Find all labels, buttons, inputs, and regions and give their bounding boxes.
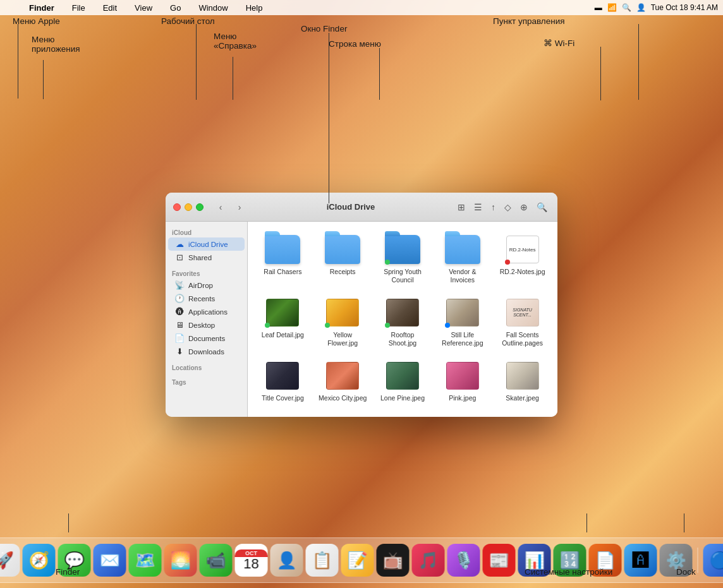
- dock-item-calendar[interactable]: OCT 18: [235, 544, 268, 577]
- files-grid: Rail Chasers Receipts Spring Yout: [255, 229, 550, 406]
- toolbar-actions: ⊞ ☰ ↑ ◇ ⊕ 🔍: [455, 201, 550, 213]
- recents-icon: 🕐: [174, 294, 185, 303]
- dock-item-podcasts[interactable]: 🎙️: [447, 544, 480, 577]
- file-receipts[interactable]: Receipts: [315, 229, 370, 287]
- sidebar-item-recents[interactable]: 🕐 Recents: [168, 292, 245, 305]
- file-name: Rooftop Shoot.jpg: [378, 331, 428, 347]
- traffic-lights: [173, 203, 204, 211]
- sidebar-item-desktop[interactable]: 🖥 Desktop: [168, 318, 245, 332]
- menu-file[interactable]: File: [68, 2, 89, 14]
- file-rail-chasers[interactable]: Rail Chasers: [255, 229, 310, 287]
- annotation-line-desktop: [196, 24, 197, 100]
- sidebar-item-applications[interactable]: 🅐 Applications: [168, 305, 245, 318]
- annotation-line-menubar: [379, 48, 380, 100]
- file-name: Title Cover.jpg: [262, 394, 304, 402]
- dock-item-system-preferences[interactable]: ⚙️: [660, 544, 693, 577]
- sidebar-item-shared[interactable]: ⊡ Shared: [168, 251, 245, 264]
- file-vendor-invoices[interactable]: Vendor & Invoices: [435, 229, 490, 287]
- menu-window[interactable]: Window: [195, 2, 231, 14]
- icloud-section-label: iCloud: [166, 227, 247, 237]
- file-name: Yellow Flower.jpg: [318, 331, 368, 347]
- file-yellow-flower[interactable]: Yellow Flower.jpg: [315, 292, 370, 351]
- dock-item-appletv[interactable]: 📺: [377, 544, 410, 577]
- dock-item-maps[interactable]: 🗺️: [129, 544, 162, 577]
- more-button[interactable]: ⊕: [518, 201, 530, 213]
- airdrop-icon: 📡: [174, 280, 185, 290]
- dock-item-contacts[interactable]: 👤: [270, 544, 303, 577]
- view-grid-button[interactable]: ⊞: [455, 201, 468, 213]
- file-fall-scents[interactable]: SIGNATU SCENT... Fall Scents Outline.pag…: [495, 292, 550, 351]
- sidebar-item-airdrop[interactable]: 📡 AirDrop: [168, 279, 245, 292]
- icloud-drive-icon: ☁: [174, 239, 185, 249]
- annotation-line-dock: [684, 513, 684, 532]
- menubar: Finder File Edit View Go Window Help ▬ 📶…: [0, 0, 723, 15]
- file-lone-pine[interactable]: Lone Pine.jpeg: [375, 356, 430, 406]
- file-spring-youth-council[interactable]: Spring Youth Council: [375, 229, 430, 287]
- file-leaf-detail[interactable]: Leaf Detail.jpg: [255, 292, 310, 351]
- dock-item-notes[interactable]: 📝: [341, 544, 374, 577]
- back-button[interactable]: ‹: [214, 200, 228, 214]
- favorites-section-label: Favorites: [166, 268, 247, 279]
- annotation-menu-app: Менюприложения: [32, 35, 80, 54]
- minimize-button[interactable]: [185, 203, 192, 211]
- dock-item-photos[interactable]: 🌅: [164, 544, 197, 577]
- finder-content: Rail Chasers Receipts Spring Yout: [248, 222, 557, 417]
- dock-item-reminders[interactable]: 📋: [306, 544, 339, 577]
- annotation-line-menuapp: [43, 60, 44, 99]
- sidebar-item-icloud-drive[interactable]: ☁ iCloud Drive: [168, 237, 245, 251]
- annotation-control-center: Пункт управления: [493, 16, 565, 26]
- user-icon[interactable]: 👤: [636, 3, 646, 12]
- applications-icon: 🅐: [174, 307, 185, 316]
- dock-item-safari[interactable]: 🧭: [23, 544, 56, 577]
- annotation-wifi: ⌘ Wi-Fi: [544, 38, 574, 48]
- menu-help[interactable]: Help: [242, 2, 267, 14]
- dock-item-numbers[interactable]: 🔢: [554, 544, 586, 577]
- menu-edit[interactable]: Edit: [99, 2, 121, 14]
- search-icon[interactable]: 🔍: [622, 3, 631, 12]
- view-list-button[interactable]: ☰: [471, 201, 485, 213]
- file-mexico-city[interactable]: Mexico City.jpeg: [315, 356, 370, 406]
- dock-item-messages[interactable]: 💬: [58, 544, 91, 577]
- annotation-line-control: [638, 24, 639, 100]
- dock-item-appstore[interactable]: 🅰: [624, 544, 657, 577]
- file-skater[interactable]: Skater.jpeg: [495, 356, 550, 406]
- dock-item-music[interactable]: 🎵: [412, 544, 445, 577]
- apple-menu[interactable]: [5, 6, 13, 9]
- maximize-button[interactable]: [196, 203, 204, 211]
- tag-button[interactable]: ◇: [502, 201, 514, 213]
- sidebar-item-documents[interactable]: 📄 Documents: [168, 332, 245, 345]
- dock-item-mail[interactable]: ✉️: [94, 544, 126, 577]
- file-pink[interactable]: Pink.jpeg: [435, 356, 490, 406]
- dock-item-pages[interactable]: 📄: [589, 544, 622, 577]
- finder-sidebar: iCloud ☁ iCloud Drive ⊡ Shared Favorites…: [166, 222, 248, 417]
- app-name[interactable]: Finder: [25, 2, 58, 14]
- file-name: Rail Chasers: [264, 268, 301, 276]
- forward-button[interactable]: ›: [233, 200, 246, 214]
- dock-item-facetime[interactable]: 📹: [200, 544, 233, 577]
- dock-item-screentime[interactable]: 🔵: [703, 544, 724, 577]
- file-name: Lone Pine.jpeg: [380, 394, 425, 402]
- dock-item-keynote[interactable]: 📊: [518, 544, 551, 577]
- dock: 🚀 🧭 💬 ✉️ 🗺️ 🌅 📹 OCT 18: [0, 537, 723, 583]
- file-name: Skater.jpeg: [506, 394, 539, 402]
- share-button[interactable]: ↑: [489, 201, 498, 213]
- file-still-life[interactable]: Still Life Reference.jpg: [435, 292, 490, 351]
- menu-go[interactable]: Go: [166, 2, 185, 14]
- annotation-menu-help: Меню«Справка»: [214, 32, 257, 51]
- dock-item-news[interactable]: 📰: [483, 544, 516, 577]
- file-title-cover[interactable]: Title Cover.jpg: [255, 356, 310, 406]
- sidebar-item-downloads[interactable]: ⬇ Downloads: [168, 345, 245, 358]
- shared-icon: ⊡: [174, 253, 185, 262]
- dock-item-launchpad[interactable]: 🚀: [0, 544, 20, 577]
- search-button[interactable]: 🔍: [534, 201, 550, 213]
- menu-view[interactable]: View: [131, 2, 156, 14]
- desktop: Finder File Edit View Go Window Help ▬ 📶…: [0, 0, 723, 588]
- file-rooftop-shoot[interactable]: Rooftop Shoot.jpg: [375, 292, 430, 351]
- wifi-icon[interactable]: 📶: [607, 3, 617, 12]
- file-rd-notes[interactable]: RD.2-Notes RD.2-Notes.jpg: [495, 229, 550, 287]
- documents-icon: 📄: [174, 333, 185, 343]
- finder-toolbar: ‹ › iCloud Drive ⊞ ☰ ↑ ◇ ⊕ 🔍: [166, 193, 557, 222]
- desktop-icon: 🖥: [174, 320, 185, 330]
- close-button[interactable]: [173, 203, 181, 211]
- annotation-finder-window: Окно Finder: [301, 24, 347, 33]
